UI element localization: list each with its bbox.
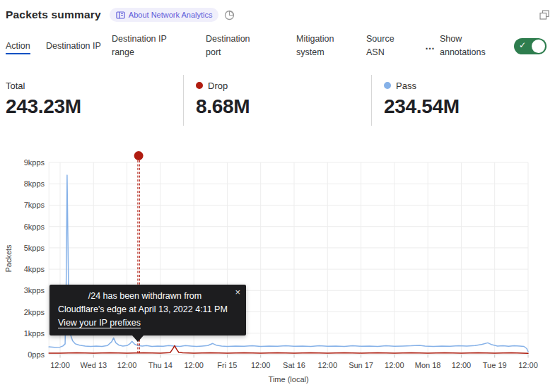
- packets-summary-panel: Packets summary About Network Analytics …: [0, 0, 555, 392]
- svg-text:Tue 19: Tue 19: [483, 361, 507, 369]
- check-icon: ✓: [519, 40, 526, 50]
- svg-text:7kpps: 7kpps: [24, 201, 45, 209]
- stat-label: Total: [6, 81, 25, 91]
- more-tabs-ellipsis-icon[interactable]: …: [425, 40, 436, 52]
- annotation-tooltip: × /24 has been withdrawn from Cloudflare…: [49, 285, 246, 335]
- expand-card-icon[interactable]: [539, 10, 549, 20]
- stat-label: Pass: [396, 81, 416, 91]
- tab-label: Destination IP range: [112, 34, 167, 57]
- svg-text:12:00: 12:00: [318, 361, 338, 369]
- svg-text:5kpps: 5kpps: [24, 244, 45, 252]
- svg-text:12:00: 12:00: [117, 361, 137, 369]
- tooltip-line2: Cloudflare's edge at April 13, 2022 4:11…: [58, 303, 238, 316]
- svg-text:4kpps: 4kpps: [24, 265, 45, 273]
- svg-text:Sun 17: Sun 17: [349, 361, 373, 369]
- svg-text:0pps: 0pps: [28, 350, 45, 359]
- legend-dot-icon: [384, 82, 391, 89]
- tab-destination-port[interactable]: Destination port: [206, 32, 267, 59]
- close-icon[interactable]: ×: [235, 287, 240, 297]
- tab-action[interactable]: Action: [6, 40, 40, 53]
- svg-text:Time (local): Time (local): [269, 375, 309, 384]
- svg-text:Mon 18: Mon 18: [415, 361, 441, 369]
- tooltip-caret: [132, 335, 144, 342]
- tab-label: Mitigation system: [296, 34, 334, 57]
- stat-value: 8.68M: [196, 95, 371, 118]
- packets-time-series-chart[interactable]: 12:00Wed 1312:00Thu 1412:00Fri 1512:00Sa…: [0, 148, 555, 392]
- svg-text:Packets: Packets: [4, 244, 13, 273]
- svg-text:2kpps: 2kpps: [24, 308, 45, 316]
- svg-text:Thu 14: Thu 14: [148, 361, 173, 369]
- svg-text:12:00: 12:00: [452, 361, 472, 369]
- stat-total: Total243.23M: [0, 75, 183, 126]
- tooltip-line1: /24 has been withdrawn from: [58, 290, 238, 303]
- tab-destination-ip-range[interactable]: Destination IP range: [112, 32, 182, 59]
- svg-text:12:00: 12:00: [385, 361, 404, 369]
- time-period-icon[interactable]: [224, 10, 235, 20]
- panel-header: Packets summary About Network Analytics: [6, 6, 549, 24]
- svg-text:Wed 13: Wed 13: [80, 361, 107, 369]
- svg-text:12:00: 12:00: [251, 361, 271, 369]
- tab-source-asn[interactable]: Source ASN: [366, 32, 407, 59]
- svg-text:Sat 16: Sat 16: [283, 361, 305, 369]
- about-network-analytics-badge[interactable]: About Network Analytics: [110, 8, 219, 22]
- dimension-tabs: ActionDestination IPDestination IP range…: [0, 30, 555, 62]
- view-ip-prefixes-link[interactable]: View your IP prefixes: [58, 316, 141, 330]
- svg-text:12:00: 12:00: [50, 361, 70, 369]
- tab-label: Destination port: [206, 34, 250, 57]
- stat-label: Drop: [208, 81, 228, 91]
- page-title: Packets summary: [6, 8, 101, 21]
- stat-value: 234.54M: [384, 95, 555, 118]
- svg-text:Fri 15: Fri 15: [217, 361, 237, 369]
- stats-row: Total243.23MDrop8.68MPass234.54M: [0, 75, 555, 126]
- stat-pass: Pass234.54M: [371, 75, 555, 126]
- svg-text:8kpps: 8kpps: [24, 179, 45, 188]
- stat-drop: Drop8.68M: [183, 75, 371, 126]
- tab-label: Source ASN: [366, 34, 395, 57]
- svg-text:12:00: 12:00: [184, 361, 204, 369]
- book-icon: [116, 11, 125, 19]
- show-annotations-label: Show annotations: [440, 32, 501, 59]
- svg-text:12:00: 12:00: [518, 361, 538, 369]
- svg-text:9kpps: 9kpps: [24, 158, 45, 167]
- about-badge-label: About Network Analytics: [129, 11, 213, 19]
- svg-text:1kpps: 1kpps: [24, 329, 45, 338]
- show-annotations-toggle[interactable]: ✓: [514, 38, 547, 54]
- stat-value: 243.23M: [6, 95, 183, 118]
- annotation-dot-icon[interactable]: [134, 151, 144, 160]
- svg-text:3kpps: 3kpps: [24, 286, 45, 295]
- legend-dot-icon: [196, 82, 203, 89]
- toggle-knob: [532, 40, 545, 53]
- tab-mitigation-system[interactable]: Mitigation system: [296, 32, 353, 59]
- svg-text:6kpps: 6kpps: [24, 222, 45, 231]
- tab-label: Destination IP: [46, 41, 101, 51]
- tab-destination-ip[interactable]: Destination IP: [46, 40, 101, 53]
- tab-label: Action: [6, 41, 30, 54]
